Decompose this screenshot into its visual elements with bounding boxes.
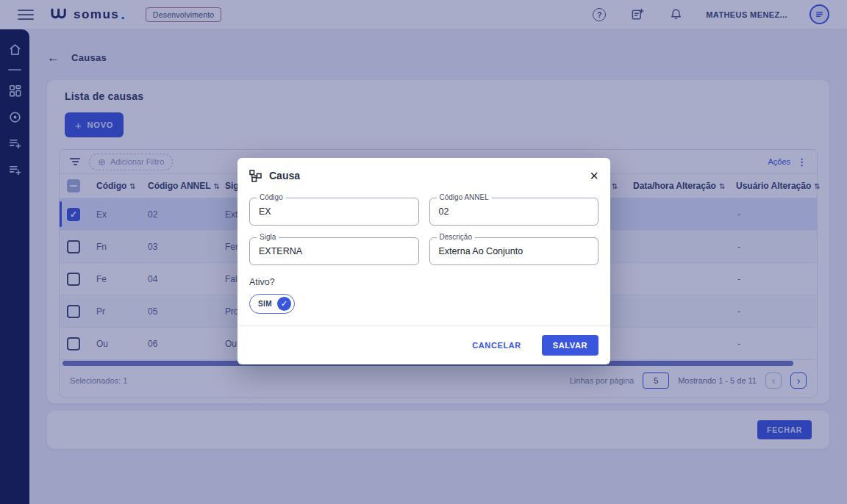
modal-footer: CANCELAR SALVAR — [237, 325, 610, 364]
save-button[interactable]: SALVAR — [542, 335, 598, 356]
modal-body: Código EX Código ANNEL 02 Sigla EXTERNA … — [237, 192, 610, 314]
app-screen: somus . Desenvolvimento ? MATHEUS — [0, 0, 847, 504]
descricao-field[interactable]: Descrição Externa Ao Conjunto — [429, 237, 599, 265]
codigo-field[interactable]: Código EX — [249, 198, 419, 226]
ativo-label: Ativo? — [249, 277, 598, 287]
sigla-field[interactable]: Sigla EXTERNA — [249, 237, 419, 265]
check-circle-icon: ✓ — [277, 297, 291, 311]
causa-modal: Causa × Código EX Código ANNEL 02 Sigla … — [237, 158, 610, 364]
ativo-toggle[interactable]: SIM ✓ — [249, 294, 295, 314]
schema-icon — [249, 170, 262, 182]
close-icon[interactable]: × — [590, 168, 598, 183]
cancel-button[interactable]: CANCELAR — [472, 341, 521, 350]
modal-title: Causa — [269, 170, 300, 181]
codigo-annel-field[interactable]: Código ANNEL 02 — [429, 198, 599, 226]
modal-header: Causa × — [237, 158, 610, 192]
